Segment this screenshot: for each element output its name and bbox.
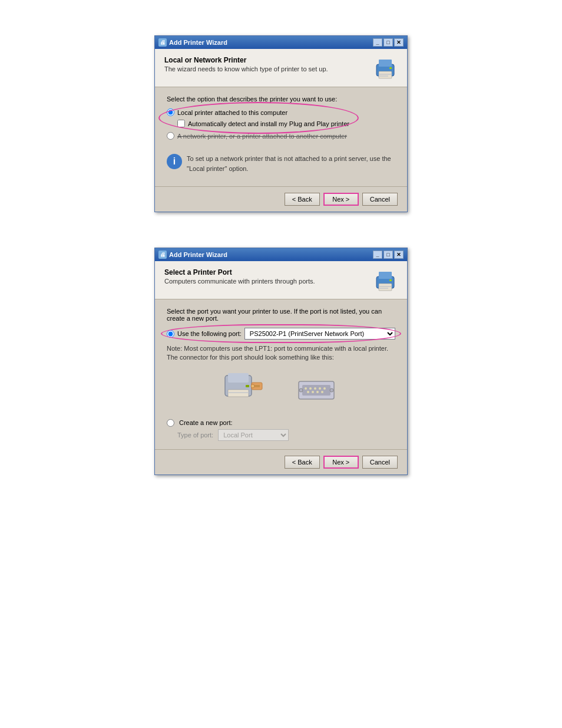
close-btn[interactable]: ✕ xyxy=(394,38,404,47)
titlebar2-left: 🖨 Add Printer Wizard xyxy=(158,251,227,259)
wizard2-header-text: Select a Printer Port Computers communic… xyxy=(164,268,315,285)
svg-point-29 xyxy=(316,391,319,393)
create-port-row: Create a new port: xyxy=(167,419,395,427)
wizard2-back-button[interactable]: < Back xyxy=(285,456,320,469)
svg-rect-3 xyxy=(389,67,392,69)
minimize-btn[interactable]: _ xyxy=(373,38,382,47)
port-type-select[interactable]: Local Port xyxy=(218,429,289,441)
svg-point-31 xyxy=(299,388,303,392)
wizard1-header-text: Local or Network Printer The wizard need… xyxy=(164,56,328,73)
option3-label: A network printer, or a printer attached… xyxy=(177,133,347,140)
titlebar-controls: _ □ ✕ xyxy=(373,38,404,47)
maximize-btn-2[interactable]: □ xyxy=(384,251,393,259)
svg-point-26 xyxy=(323,387,326,390)
svg-rect-10 xyxy=(379,286,392,287)
svg-point-19 xyxy=(251,384,254,388)
info-box: i To set up a network printer that is no… xyxy=(167,149,395,178)
wizard2-window: 🖨 Add Printer Wizard _ □ ✕ Select a Prin… xyxy=(154,248,408,475)
svg-rect-1 xyxy=(379,60,392,67)
svg-point-24 xyxy=(314,387,316,390)
wizard1-cancel-button[interactable]: Cancel xyxy=(362,193,398,206)
wizard2-titlebar: 🖨 Add Printer Wizard _ □ ✕ xyxy=(155,248,407,261)
wizard1-header-subtitle: The wizard needs to know which type of p… xyxy=(164,65,328,73)
use-port-row: Use the following port: PS25002-P1 (Prin… xyxy=(167,328,395,340)
svg-point-22 xyxy=(305,387,307,390)
create-port-label: Create a new port: xyxy=(179,419,233,426)
oval-highlight-1 xyxy=(158,102,359,134)
wizard2-content: Select the port you want your printer to… xyxy=(155,299,407,449)
wizard2-header-title: Select a Printer Port xyxy=(164,268,315,276)
page-container: 🖨 Add Printer Wizard _ □ ✕ Local or Netw… xyxy=(0,0,562,510)
port-select[interactable]: PS25002-P1 (PrintServer Network Port) xyxy=(244,328,395,340)
wizard1-titlebar: 🖨 Add Printer Wizard _ □ ✕ xyxy=(155,36,407,49)
wizard1-footer: < Back Nex > Cancel xyxy=(155,186,407,212)
wizard2-title: Add Printer Wizard xyxy=(169,251,227,258)
wizard1-header: Local or Network Printer The wizard need… xyxy=(155,49,407,87)
wizard2-footer: < Back Nex > Cancel xyxy=(155,449,407,475)
port-type-label: Type of port: xyxy=(177,431,213,439)
option1-row: Local printer attached to this computer xyxy=(167,108,395,116)
wizard1-content: Select the option that describes the pri… xyxy=(155,87,407,186)
svg-rect-13 xyxy=(228,373,249,383)
svg-rect-5 xyxy=(379,75,388,77)
maximize-btn[interactable]: □ xyxy=(384,38,393,47)
printer-header-icon xyxy=(373,56,398,81)
wizard1-title: Add Printer Wizard xyxy=(169,39,227,46)
wizard2-next-button[interactable]: Nex > xyxy=(323,456,359,469)
printer-header-icon-2 xyxy=(373,268,398,293)
use-port-radio[interactable] xyxy=(167,330,174,338)
wizard2-instruction: Select the port you want your printer to… xyxy=(167,308,395,322)
svg-point-28 xyxy=(312,391,314,393)
titlebar-left: 🖨 Add Printer Wizard xyxy=(158,38,227,47)
svg-rect-4 xyxy=(379,74,392,75)
wizard1-window: 🖨 Add Printer Wizard _ □ ✕ Local or Netw… xyxy=(154,35,408,212)
option2-label: Automatically detect and install my Plug… xyxy=(188,120,349,127)
option1-radio[interactable] xyxy=(167,108,174,116)
note-text: Note: Most computers use the LPT1: port … xyxy=(167,344,395,363)
wizard2-header-subtitle: Computers communicate with printers thro… xyxy=(164,278,315,285)
use-port-label: Use the following port: xyxy=(177,330,242,337)
option2-row: Automatically detect and install my Plug… xyxy=(177,120,395,127)
svg-rect-21 xyxy=(302,385,330,396)
create-port-radio[interactable] xyxy=(167,419,174,427)
printer-lpt-image xyxy=(222,370,269,411)
svg-rect-11 xyxy=(379,288,388,289)
wizard-title-icon: 🖨 xyxy=(158,38,167,47)
svg-point-32 xyxy=(330,388,333,392)
option2-checkbox[interactable] xyxy=(177,120,185,127)
info-icon: i xyxy=(167,154,182,169)
info-text: To set up a network printer that is not … xyxy=(187,154,395,173)
wizard2-header: Select a Printer Port Computers communic… xyxy=(155,261,407,299)
svg-point-23 xyxy=(309,387,312,390)
option3-radio[interactable] xyxy=(167,132,174,140)
svg-rect-15 xyxy=(228,392,249,393)
wizard2-cancel-button[interactable]: Cancel xyxy=(362,456,398,469)
svg-rect-9 xyxy=(389,279,392,281)
svg-rect-16 xyxy=(246,385,249,387)
port-connector-image xyxy=(293,370,340,411)
wizard1-next-button[interactable]: Nex > xyxy=(323,193,359,206)
option3-row: A network printer, or a printer attached… xyxy=(167,132,395,140)
minimize-btn-2[interactable]: _ xyxy=(373,251,382,259)
wizard1-back-button[interactable]: < Back xyxy=(285,193,320,206)
svg-rect-7 xyxy=(379,272,392,279)
port-type-row: Type of port: Local Port xyxy=(167,429,395,441)
svg-point-27 xyxy=(307,391,309,393)
printer-images xyxy=(167,370,395,411)
wizard2-title-icon: 🖨 xyxy=(158,251,167,259)
titlebar2-controls: _ □ ✕ xyxy=(373,251,404,259)
svg-point-30 xyxy=(321,391,323,393)
svg-point-25 xyxy=(319,387,321,390)
wizard1-instruction: Select the option that describes the pri… xyxy=(167,95,395,103)
option1-label: Local printer attached to this computer xyxy=(177,109,287,116)
wizard1-header-title: Local or Network Printer xyxy=(164,56,328,64)
close-btn-2[interactable]: ✕ xyxy=(394,251,404,259)
